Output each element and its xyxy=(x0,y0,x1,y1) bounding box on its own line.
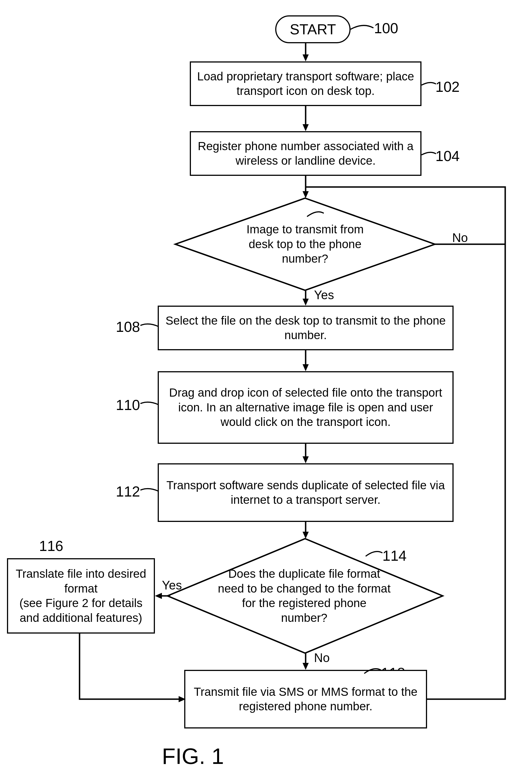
tick-100 xyxy=(351,25,376,33)
arrow-102-104 xyxy=(301,106,310,133)
ref-116: 116 xyxy=(39,539,63,553)
process-116: Translate file into desired format (see … xyxy=(7,558,155,634)
tick-102 xyxy=(421,82,438,88)
arrow-start-102 xyxy=(301,43,310,63)
tick-108 xyxy=(138,324,159,329)
tick-110 xyxy=(138,402,159,407)
ref-102: 102 xyxy=(435,80,460,94)
flowchart-canvas: 100 102 104 106 108 110 112 114 116 118 … xyxy=(0,0,532,772)
svg-marker-5 xyxy=(303,124,309,131)
ref-110: 110 xyxy=(116,398,140,412)
start-terminator: START xyxy=(275,15,351,43)
process-102: Load proprietary transport software; pla… xyxy=(190,61,421,106)
edge-114-yes: Yes xyxy=(162,579,182,591)
svg-marker-3 xyxy=(303,54,309,61)
ref-100: 100 xyxy=(374,21,398,35)
svg-marker-17 xyxy=(155,593,162,599)
svg-marker-20 xyxy=(179,696,186,702)
ref-104: 104 xyxy=(435,149,460,163)
arrow-114-116 xyxy=(155,592,172,600)
tick-104 xyxy=(421,152,438,158)
arrow-118-loop xyxy=(301,183,511,702)
process-104: Register phone number associated with a … xyxy=(190,131,421,176)
arrow-116-118 xyxy=(75,634,188,703)
tick-112 xyxy=(138,488,159,494)
arrow-106-no xyxy=(435,240,507,248)
ref-112: 112 xyxy=(116,484,140,499)
figure-caption: FIG. 1 xyxy=(162,745,224,768)
ref-108: 108 xyxy=(116,320,140,334)
